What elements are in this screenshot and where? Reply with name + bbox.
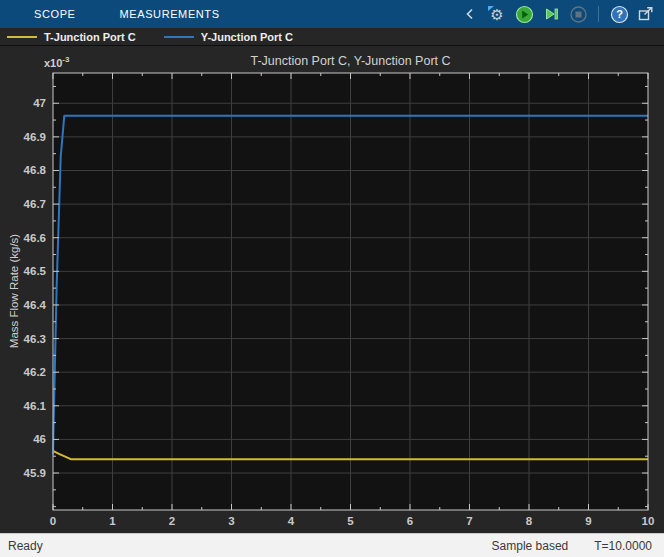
help-button[interactable]: ? (609, 4, 629, 24)
svg-text:0: 0 (50, 515, 56, 527)
svg-text:46.1: 46.1 (24, 400, 47, 412)
status-text: Ready (0, 539, 43, 553)
svg-text:46.9: 46.9 (24, 131, 46, 143)
svg-text:47: 47 (33, 97, 46, 109)
svg-text:3: 3 (228, 515, 234, 527)
svg-text:5: 5 (347, 515, 354, 527)
scope-chart[interactable]: 01234567891045.94646.146.246.346.446.546… (0, 46, 664, 533)
chart-title: T-Junction Port C, Y-Junction Port C (53, 54, 648, 68)
tab-scope[interactable]: SCOPE (34, 0, 76, 28)
legend-swatch (164, 36, 194, 38)
svg-text:46.5: 46.5 (24, 265, 47, 277)
stop-button (568, 4, 588, 24)
legend-label: Y-Junction Port C (201, 31, 293, 43)
svg-text:46.7: 46.7 (24, 198, 46, 210)
step-forward-button[interactable] (541, 4, 561, 24)
tab-measurements[interactable]: MEASUREMENTS (120, 0, 220, 28)
svg-text:46.8: 46.8 (24, 164, 47, 176)
svg-text:4: 4 (288, 515, 295, 527)
collapse-toolstrip-icon[interactable] (460, 4, 480, 24)
svg-text:2: 2 (169, 515, 175, 527)
simulation-settings-gear-icon[interactable]: ⚙ (487, 4, 507, 24)
toolstrip-buttons: ⚙ ? (460, 4, 664, 24)
svg-text:9: 9 (585, 515, 591, 527)
svg-text:6: 6 (407, 515, 413, 527)
toolstrip-tabs: SCOPE MEASUREMENTS (0, 0, 220, 28)
legend-item[interactable]: T-Junction Port C (7, 31, 136, 43)
sample-mode-text: Sample based (492, 539, 569, 553)
dock-undock-icon[interactable] (636, 4, 656, 24)
svg-text:46: 46 (33, 433, 46, 445)
y-axis-label: Mass Flow Rate (kg/s) (8, 234, 20, 348)
svg-text:1: 1 (109, 515, 116, 527)
svg-text:45.9: 45.9 (24, 467, 46, 479)
simulation-time-text: T=10.0000 (594, 539, 652, 553)
svg-text:?: ? (616, 8, 623, 20)
toolbar-separator (598, 6, 599, 22)
legend-bar: T-Junction Port C Y-Junction Port C (0, 28, 664, 46)
toolstrip: SCOPE MEASUREMENTS ⚙ (0, 0, 664, 28)
svg-text:46.4: 46.4 (24, 299, 47, 311)
svg-text:7: 7 (466, 515, 472, 527)
y-axis-multiplier: x10-3 (44, 55, 69, 69)
pennant-icon (488, 6, 494, 11)
status-bar: Ready Sample based T=10.0000 (0, 533, 664, 557)
svg-text:46.6: 46.6 (24, 232, 46, 244)
legend-item[interactable]: Y-Junction Port C (164, 31, 293, 43)
legend-label: T-Junction Port C (44, 31, 136, 43)
svg-text:8: 8 (526, 515, 533, 527)
run-button[interactable] (514, 4, 534, 24)
plot-canvas[interactable]: 01234567891045.94646.146.246.346.446.546… (0, 46, 664, 533)
svg-text:46.3: 46.3 (24, 333, 46, 345)
svg-text:46.2: 46.2 (24, 366, 46, 378)
svg-text:10: 10 (642, 515, 655, 527)
legend-swatch (7, 36, 37, 38)
